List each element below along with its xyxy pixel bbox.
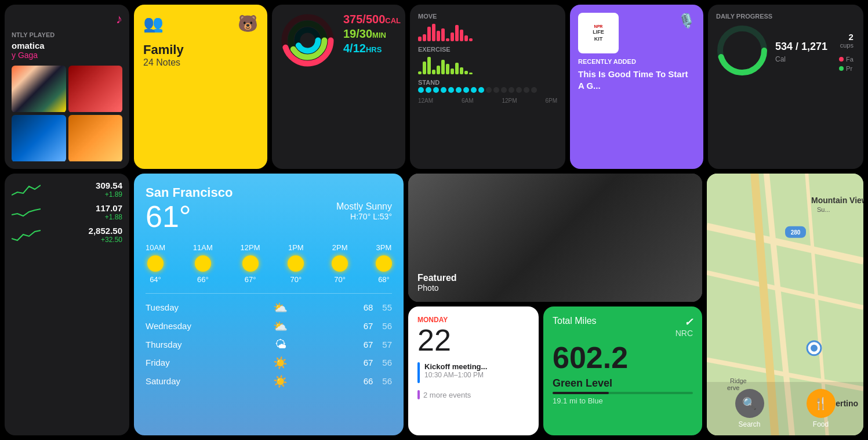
health-items: 2 cups Fa Pr (839, 32, 854, 72)
bar (427, 27, 431, 41)
health-ring (716, 24, 768, 79)
cal-count: 534 / 1,271 (775, 41, 827, 53)
exercise-chart-section: EXERCISE (418, 46, 557, 74)
album-thumb-4[interactable] (68, 115, 123, 162)
more-events: 2 more events (417, 390, 529, 399)
hour-12pm: 12PM 67° (241, 243, 260, 284)
health-item-fa: Fa (846, 56, 854, 63)
weather-city: San Francisco (146, 185, 392, 200)
weather-hourly: 10AM 64° 11AM 66° 12PM 67° 1PM 70° 2PM (146, 243, 392, 284)
music-note-icon: ♪ (12, 12, 122, 27)
sun-icon (242, 255, 259, 272)
album-thumb-2[interactable] (68, 66, 123, 113)
bar (451, 68, 454, 74)
stand-dot (426, 87, 431, 93)
stand-dots (418, 87, 557, 93)
bar (469, 38, 473, 41)
forecast-tuesday: Tuesday ⛅ 68 55 (146, 301, 392, 315)
nike-widget: Total Miles ✓ NRC 602.2 Green Level 19.1… (543, 306, 702, 435)
stand-dot (433, 87, 439, 93)
nike-miles: 602.2 (553, 342, 693, 373)
stock-info-2: 117.07 +1.88 (96, 203, 122, 221)
sun-icon (288, 255, 304, 272)
weather-hl: H:70° L:53° (336, 212, 392, 221)
sun-icon (376, 255, 392, 272)
stand-chart-section: STAND (418, 79, 557, 93)
search-btn-circle[interactable]: 🔍 (735, 389, 764, 418)
notes-icon: 👥 (143, 14, 164, 33)
hour-3pm: 3PM 68° (376, 243, 392, 284)
move-label: MOVE (418, 13, 557, 20)
min-stat: 19/30MIN (343, 27, 401, 41)
stock-info-3: 2,852.50 +32.50 (89, 226, 122, 244)
exercise-label: EXERCISE (418, 46, 557, 53)
stock-change-1: +1.89 (105, 190, 122, 199)
album-thumb-1[interactable] (12, 66, 66, 113)
bar (423, 34, 426, 41)
forecast-thursday: Thursday 🌤 67 57 (146, 338, 392, 351)
bar (437, 31, 440, 41)
stand-dot (524, 87, 529, 93)
stand-dot (418, 87, 424, 93)
notes-widget[interactable]: 👥 🐻 Family 24 Notes (134, 5, 267, 169)
forecast-saturday: Saturday ☀️ 66 56 (146, 374, 392, 388)
time-labels: 12AM 6AM 12PM 6PM (418, 98, 557, 104)
stock-chart-2 (12, 203, 41, 221)
photo-widget: Featured Photo (408, 174, 702, 302)
map-widget: 280 Mountain View Su... Cupertino Ridge … (707, 174, 863, 436)
bar (446, 38, 449, 41)
photo-caption: Featured Photo (417, 273, 457, 293)
bar (464, 35, 468, 41)
notes-header: 👥 🐻 (143, 14, 258, 33)
stand-dot (441, 87, 446, 93)
podcast-widget[interactable]: NPR LIFE KIT 🎙️ RECENTLY ADDED This Is G… (570, 5, 703, 169)
sun-icon (195, 255, 211, 272)
hour-2pm: 2PM 70° (332, 243, 348, 284)
cups-value: 2 (839, 32, 854, 42)
activity-chart-widget: MOVE EXERCISE (410, 5, 565, 169)
nike-progress-fill (553, 392, 609, 394)
hour-11am: 11AM 66° (193, 243, 213, 284)
food-btn-circle[interactable]: 🍴 (807, 389, 836, 418)
stock-change-2: +1.88 (105, 213, 122, 221)
hour-1pm: 1PM 70° (288, 243, 304, 284)
podcast-book-cover: NPR LIFE KIT (578, 13, 619, 53)
health-stats: 534 / 1,271 Cal (775, 41, 827, 63)
stock-price-2: 117.07 (96, 203, 122, 213)
cal-stat: 375/500CAL (343, 13, 401, 26)
artist-name: y Gaga (12, 51, 122, 60)
forecast-wednesday: Wednesday ⛅ 67 56 (146, 319, 392, 333)
map-food-button[interactable]: 🍴 Food (807, 389, 836, 428)
music-widget: ♪ NTLY PLAYED omatica y Gaga (5, 5, 129, 169)
bar (432, 70, 435, 74)
weather-forecast: Tuesday ⛅ 68 55 Wednesday ⛅ 67 56 Thursd… (146, 301, 392, 388)
stock-change-3: +32.50 (101, 236, 122, 244)
bar (446, 64, 449, 74)
search-label: Search (738, 420, 760, 428)
stand-dot (486, 87, 492, 93)
stand-dot (501, 87, 507, 93)
map-search-button[interactable]: 🔍 Search (735, 389, 764, 428)
album-thumb-3[interactable] (12, 115, 66, 162)
stock-item-1[interactable]: 309.54 +1.89 (12, 181, 122, 199)
stand-dot (516, 87, 522, 93)
cal-date-num: 22 (417, 325, 529, 355)
cal-event-bar (417, 362, 420, 383)
move-bars (418, 21, 557, 41)
bar (469, 73, 473, 74)
bar (464, 71, 468, 74)
bar (441, 60, 445, 74)
album-grid (12, 66, 122, 162)
activity-widget: 375/500CAL 19/30MIN 4/12HRS (272, 5, 405, 169)
exercise-bars (418, 54, 557, 74)
search-icon: 🔍 (742, 396, 757, 410)
stock-item-3[interactable]: 2,852.50 +32.50 (12, 226, 122, 244)
cal-event-time: 10:30 AM–1:00 PM (424, 371, 487, 379)
food-icon: 🍴 (813, 396, 828, 410)
stock-item-2[interactable]: 117.07 +1.88 (12, 203, 122, 221)
weather-temp: 61° (146, 201, 191, 232)
stand-dot (463, 87, 469, 93)
nike-total-label: Total Miles (553, 316, 597, 326)
hour-10am: 10AM 64° (146, 243, 165, 284)
weather-divider (146, 293, 392, 294)
